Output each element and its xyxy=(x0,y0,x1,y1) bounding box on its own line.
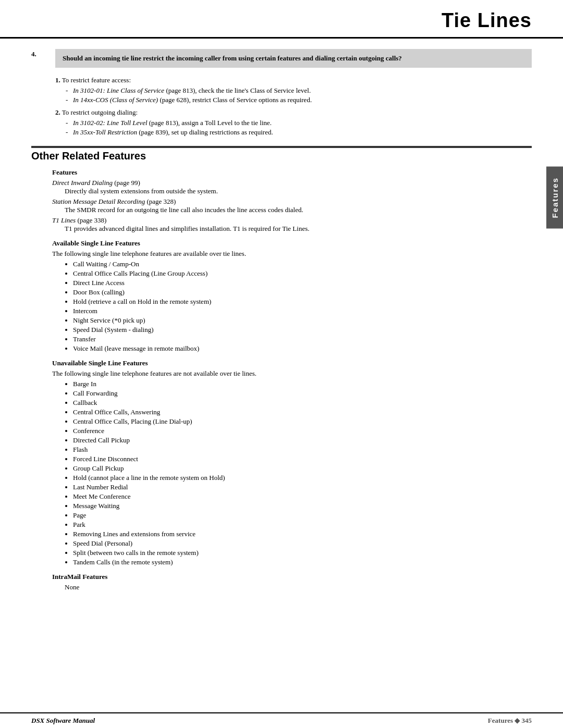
intramail-value: None xyxy=(65,583,532,591)
list-item: Barge In xyxy=(73,380,532,388)
list-item: Page xyxy=(73,511,532,520)
available-intro: The following single line telephone feat… xyxy=(52,250,532,258)
features-section: Features Direct Inward Dialing (page 99)… xyxy=(52,168,532,591)
section-heading-block: Other Related Features xyxy=(31,146,532,162)
question-box: Should an incoming tie line restrict the… xyxy=(55,49,532,68)
features-item-1: Direct Inward Dialing (page 99) xyxy=(52,179,532,187)
list-item: Split (between two calls in the remote s… xyxy=(73,549,532,557)
list-item: Call Waiting / Camp-On xyxy=(73,260,532,268)
question-text: Should an incoming tie line restrict the… xyxy=(63,54,524,63)
list-item: Meet Me Conference xyxy=(73,492,532,501)
main-content: 4. Should an incoming tie line restrict … xyxy=(0,49,563,591)
list-item: Message Waiting xyxy=(73,502,532,510)
question-block: 4. Should an incoming tie line restrict … xyxy=(31,49,532,68)
restrict-outgoing-label: To restrict outgoing dialing: xyxy=(62,108,138,116)
available-heading: Available Single Line Features xyxy=(52,239,532,248)
list-item: Night Service (*0 pick up) xyxy=(73,316,532,325)
sub-bullet-item: In 3102-01: Line Class of Service (page … xyxy=(66,87,532,95)
footer-left: DSX Software Manual xyxy=(31,717,95,725)
restrict-outgoing-item: 2. To restrict outgoing dialing: In 3102… xyxy=(55,108,532,137)
restrict-feature-label: To restrict feature access: xyxy=(62,76,131,84)
list-item: Forced Line Disconnect xyxy=(73,455,532,463)
list-item: Tandem Calls (in the remote system) xyxy=(73,558,532,566)
list-item: Voice Mail (leave message in remote mail… xyxy=(73,344,532,353)
footer-right: Features ◆ 345 xyxy=(488,717,532,725)
list-item: Central Office Calls, Answering xyxy=(73,408,532,416)
list-item: Central Office Calls Placing (Line Group… xyxy=(73,269,532,278)
list-item: Speed Dial (Personal) xyxy=(73,539,532,548)
sub-bullet-item: In 35xx-Toll Restriction (page 839), set… xyxy=(66,128,532,137)
list-item: Park xyxy=(73,521,532,529)
features-item-3: T1 Lines (page 338) xyxy=(52,216,532,225)
numbered-section: 1. To restrict feature access: In 3102-0… xyxy=(55,76,532,137)
features-item-desc-1: Directly dial system extensions from out… xyxy=(65,187,532,195)
sub-bullet-item: In 14xx-COS (Class of Service) (page 628… xyxy=(66,96,532,104)
list-item: Removing Lines and extensions from servi… xyxy=(73,530,532,538)
list-item: Directed Call Pickup xyxy=(73,436,532,445)
list-item: Direct Line Access xyxy=(73,279,532,287)
restrict-feature-num: 1. xyxy=(55,76,60,84)
unavailable-heading: Unavailable Single Line Features xyxy=(52,359,532,367)
list-item: Callback xyxy=(73,399,532,407)
list-item: Transfer xyxy=(73,335,532,343)
list-item: Hold (cannot place a line in the remote … xyxy=(73,474,532,482)
unavailable-intro: The following single line telephone feat… xyxy=(52,369,532,378)
page-title: Tie Lines xyxy=(31,9,532,32)
restrict-outgoing-bullets: In 3102-02: Line Toll Level (page 813), … xyxy=(66,119,532,137)
features-item-2: Station Message Detail Recording (page 3… xyxy=(52,198,532,206)
features-item-desc-2: The SMDR record for an outgoing tie line… xyxy=(65,206,532,214)
restrict-feature-item: 1. To restrict feature access: In 3102-0… xyxy=(55,76,532,104)
list-item: Flash xyxy=(73,446,532,454)
list-item: Conference xyxy=(73,427,532,435)
features-item-desc-3: T1 provides advanced digital lines and s… xyxy=(65,225,532,233)
features-item-link-2: Station Message Detail Recording xyxy=(52,198,145,205)
page-header: Tie Lines xyxy=(0,0,563,39)
footer-right-label: Features xyxy=(488,717,513,724)
intramail-heading: IntraMail Features xyxy=(52,573,532,581)
available-list: Call Waiting / Camp-OnCentral Office Cal… xyxy=(73,260,532,353)
features-item-link-3: T1 Lines xyxy=(52,216,76,224)
features-heading: Features xyxy=(52,168,532,177)
section-heading: Other Related Features xyxy=(31,150,532,162)
unavailable-list: Barge InCall ForwardingCallbackCentral O… xyxy=(73,380,532,566)
list-item: Intercom xyxy=(73,307,532,315)
restrict-outgoing-num: 2. xyxy=(55,108,60,116)
list-item: Door Box (calling) xyxy=(73,288,532,297)
sub-bullet-item: In 3102-02: Line Toll Level (page 813), … xyxy=(66,119,532,127)
restrict-feature-bullets: In 3102-01: Line Class of Service (page … xyxy=(66,87,532,104)
page-footer: DSX Software Manual Features ◆ 345 xyxy=(0,712,563,728)
side-tab: Features xyxy=(546,167,563,229)
list-item: Last Number Redial xyxy=(73,483,532,491)
footer-page-number: 345 xyxy=(522,717,532,724)
list-item: Call Forwarding xyxy=(73,389,532,398)
features-item-link-1: Direct Inward Dialing xyxy=(52,179,113,187)
list-item: Group Call Pickup xyxy=(73,464,532,473)
question-number: 4. xyxy=(31,49,47,68)
list-item: Hold (retrieve a call on Hold in the rem… xyxy=(73,298,532,306)
footer-diamond: ◆ xyxy=(515,717,520,724)
list-item: Central Office Calls, Placing (Line Dial… xyxy=(73,417,532,426)
list-item: Speed Dial (System - dialing) xyxy=(73,326,532,334)
